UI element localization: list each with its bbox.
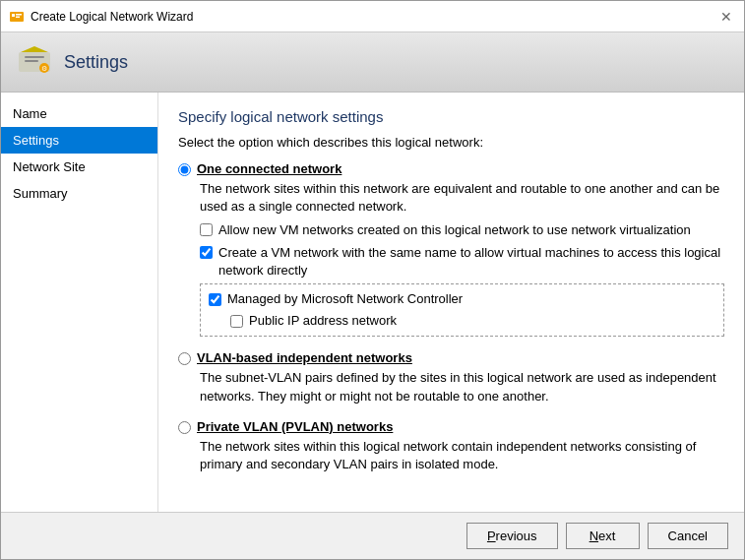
create-vm-network-checkbox[interactable] [200,246,213,259]
svg-text:⚙: ⚙ [41,65,47,72]
nested-public-ip: Public IP address network [230,312,715,330]
vlan-description: The subnet-VLAN pairs defined by the sit… [200,369,724,404]
footer: Previous Next Cancel [1,512,744,559]
checkbox-create-vm-network: Create a VM network with the same name t… [200,244,724,280]
header-title: Settings [64,52,128,73]
previous-access-key: Previous [487,529,537,543]
option-group-pvlan: Private VLAN (PVLAN) networks The networ… [178,419,724,473]
close-button[interactable]: ✕ [716,7,736,27]
main-content: Name Settings Network Site Summary Speci… [1,93,744,512]
previous-button[interactable]: Previous [466,523,558,549]
svg-rect-1 [12,14,15,17]
public-ip-label[interactable]: Public IP address network [249,312,397,330]
next-button[interactable]: Next [566,523,640,549]
svg-marker-5 [21,46,48,52]
window-title: Create Logical Network Wizard [31,10,193,24]
sidebar-item-network-site[interactable]: Network Site [1,154,157,180]
svg-rect-7 [25,60,38,62]
radio-pvlan: Private VLAN (PVLAN) networks [178,419,724,434]
radio-one-connected-input[interactable] [178,163,191,176]
radio-pvlan-input[interactable] [178,421,191,434]
title-bar: Create Logical Network Wizard ✕ [1,1,744,32]
checkbox-allow-new-vm: Allow new VM networks created on this lo… [200,221,724,239]
settings-icon: ⚙ [17,44,52,80]
sidebar: Name Settings Network Site Summary [1,93,158,512]
one-connected-description: The network sites within this network ar… [200,180,724,216]
managed-by-ms-label[interactable]: Managed by Microsoft Network Controller [227,290,463,308]
svg-rect-6 [25,56,44,58]
svg-rect-2 [16,14,22,16]
wizard-window: Create Logical Network Wizard ✕ ⚙ Settin… [0,0,745,560]
section-title: Specify logical network settings [178,108,724,125]
allow-new-vm-label[interactable]: Allow new VM networks created on this lo… [218,221,691,239]
radio-one-connected: One connected network [178,161,724,176]
radio-vlan-label[interactable]: VLAN-based independent networks [197,350,412,365]
radio-vlan: VLAN-based independent networks [178,350,724,365]
description-text: Select the option which describes this l… [178,135,724,150]
option-group-one-connected: One connected network The network sites … [178,161,724,337]
next-access-key: Next [590,529,616,543]
title-bar-left: Create Logical Network Wizard [9,9,193,25]
cancel-button[interactable]: Cancel [648,523,728,549]
pvlan-description: The network sites within this logical ne… [200,438,724,473]
sidebar-item-name[interactable]: Name [1,100,157,127]
managed-by-ms-checkbox[interactable] [209,293,221,306]
allow-new-vm-checkbox[interactable] [200,223,213,236]
nested-ms-controller-group: Managed by Microsoft Network Controller … [200,283,724,337]
public-ip-checkbox[interactable] [230,315,243,328]
radio-vlan-input[interactable] [178,352,191,365]
sidebar-item-summary[interactable]: Summary [1,180,157,207]
header-banner: ⚙ Settings [1,32,744,93]
wizard-icon [9,9,25,25]
content-area: Specify logical network settings Select … [158,93,744,512]
sidebar-item-settings[interactable]: Settings [1,127,157,154]
radio-one-connected-label[interactable]: One connected network [197,161,341,176]
create-vm-network-label[interactable]: Create a VM network with the same name t… [218,244,724,280]
radio-pvlan-label[interactable]: Private VLAN (PVLAN) networks [197,419,393,434]
svg-rect-3 [16,16,20,18]
option-group-vlan: VLAN-based independent networks The subn… [178,350,724,404]
nested-ms-controller: Managed by Microsoft Network Controller [209,290,715,308]
